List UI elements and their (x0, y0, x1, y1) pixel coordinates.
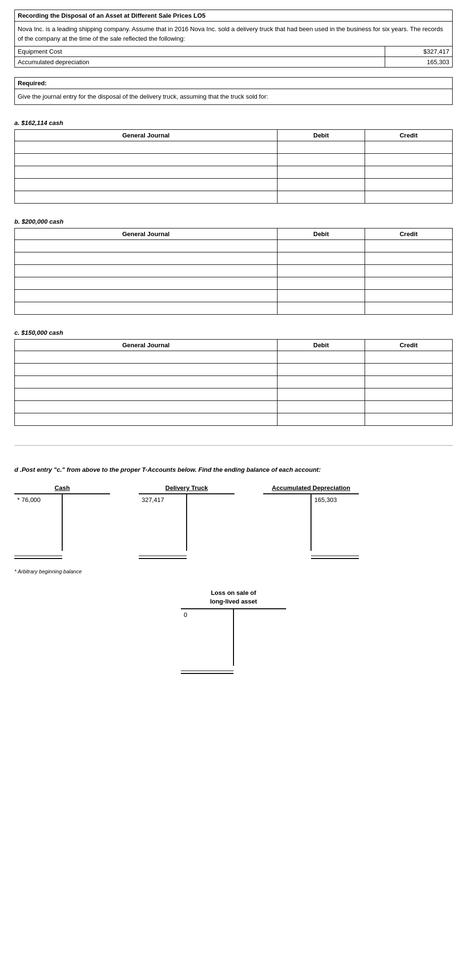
table-row (15, 376, 453, 388)
loss-entry-1: 0 (184, 611, 230, 618)
section-a: a. $162,114 cash General Journal Debit C… (14, 119, 453, 204)
accum-dep-t-right: 165,303 (311, 493, 359, 551)
delivery-truck-value-1: 327,417 (142, 496, 164, 503)
table-cell (365, 277, 453, 289)
table-cell (365, 166, 453, 178)
table-cell (365, 191, 453, 203)
table-cell (15, 264, 278, 277)
loss-section: Loss on sale of long-lived asset 0 (14, 589, 453, 673)
table-cell (365, 413, 453, 425)
title-description: Nova Inc. is a leading shipping company.… (15, 22, 452, 46)
section-a-credit-header: Credit (365, 129, 453, 141)
table-row (15, 363, 453, 376)
section-a-gj-header: General Journal (15, 129, 278, 141)
table-cell (278, 302, 365, 314)
accumulated-dep-label: Accumulated depreciation (15, 57, 385, 67)
accum-dep-title: Accumulated Depreciation (272, 484, 350, 491)
required-heading: Required: (15, 78, 452, 89)
table-cell (15, 252, 278, 264)
equipment-cost-row: Equipment Cost $327,417 (15, 46, 452, 57)
table-row (15, 277, 453, 289)
table-cell (15, 141, 278, 153)
table-cell (278, 191, 365, 203)
required-section: Required: Give the journal entry for the… (14, 77, 453, 105)
cash-value-1: 76,000 (22, 496, 41, 503)
section-c-gj-header: General Journal (15, 339, 278, 351)
cash-asterisk: * (17, 496, 20, 503)
table-cell (365, 388, 453, 400)
cash-entry-1: * 76,000 (17, 496, 59, 503)
section-c: c. $150,000 cash General Journal Debit C… (14, 329, 453, 426)
loss-t-right (234, 608, 286, 666)
table-row (15, 302, 453, 314)
accumulated-dep-value: 165,303 (385, 57, 452, 67)
section-a-table: General Journal Debit Credit (14, 129, 453, 204)
accum-dep-t-account: Accumulated Depreciation 165,303 (263, 484, 359, 559)
table-cell (15, 302, 278, 314)
table-cell (278, 178, 365, 191)
delivery-truck-t-account: Delivery Truck 327,417 (139, 484, 234, 559)
delivery-truck-t-right (187, 493, 234, 551)
cash-t-left: * 76,000 (14, 493, 63, 551)
table-row (15, 400, 453, 413)
cash-t-right (63, 493, 110, 551)
section-divider (14, 445, 453, 446)
table-cell (278, 277, 365, 289)
table-cell (278, 363, 365, 376)
section-b: b. $200,000 cash General Journal Debit C… (14, 218, 453, 315)
part-d-section: d .Post entry "c." from above to the pro… (14, 465, 453, 674)
section-b-gj-header: General Journal (15, 228, 278, 239)
table-cell (365, 289, 453, 302)
table-cell (365, 302, 453, 314)
table-row (15, 166, 453, 178)
table-cell (15, 178, 278, 191)
table-cell (15, 413, 278, 425)
table-cell (278, 388, 365, 400)
table-row (15, 191, 453, 203)
table-cell (365, 239, 453, 252)
table-cell (15, 363, 278, 376)
required-body: Give the journal entry for the disposal … (15, 89, 452, 104)
title-heading: Recording the Disposal of an Asset at Di… (15, 10, 452, 22)
table-cell (278, 252, 365, 264)
table-cell (365, 363, 453, 376)
accum-dep-t-body: 165,303 (263, 493, 359, 551)
loss-t-body: 0 (181, 608, 286, 666)
delivery-truck-title: Delivery Truck (166, 484, 208, 491)
loss-value-1: 0 (184, 611, 187, 618)
table-cell (278, 239, 365, 252)
cash-t-body: * 76,000 (14, 493, 110, 551)
cash-account-title: Cash (55, 484, 70, 491)
table-row (15, 264, 453, 277)
table-cell (15, 166, 278, 178)
loss-title: Loss on sale of long-lived asset (210, 589, 257, 606)
table-cell (15, 153, 278, 166)
section-b-table: General Journal Debit Credit (14, 228, 453, 315)
table-row (15, 388, 453, 400)
accumulated-dep-row: Accumulated depreciation 165,303 (15, 57, 452, 67)
table-row (15, 178, 453, 191)
section-b-label: b. $200,000 cash (14, 218, 453, 225)
table-cell (278, 376, 365, 388)
table-cell (365, 141, 453, 153)
table-cell (278, 400, 365, 413)
table-cell (278, 166, 365, 178)
section-c-table: General Journal Debit Credit (14, 339, 453, 426)
arbitrary-note: * Arbitrary beginning balance (14, 569, 453, 574)
table-cell (15, 400, 278, 413)
table-cell (365, 264, 453, 277)
section-c-label: c. $150,000 cash (14, 329, 453, 336)
table-cell (365, 153, 453, 166)
table-cell (15, 388, 278, 400)
table-cell (15, 277, 278, 289)
table-row (15, 239, 453, 252)
section-c-credit-header: Credit (365, 339, 453, 351)
equipment-cost-value: $327,417 (385, 46, 452, 57)
accum-dep-t-left (263, 493, 311, 551)
table-cell (278, 413, 365, 425)
section-b-debit-header: Debit (278, 228, 365, 239)
accum-dep-value-1: 165,303 (314, 496, 337, 503)
table-cell (15, 376, 278, 388)
table-row (15, 351, 453, 363)
table-cell (278, 141, 365, 153)
